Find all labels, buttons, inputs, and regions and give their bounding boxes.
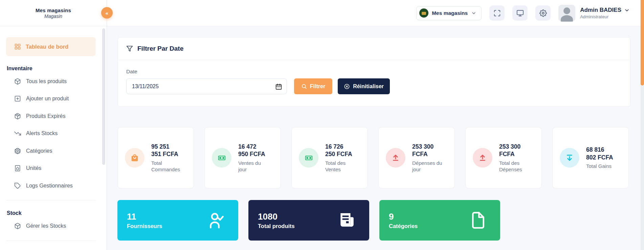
plus-square-icon: [14, 95, 21, 102]
brand-subtitle: Magasin: [44, 14, 62, 19]
stat-card-total-commandes: 95 251 351 FCFA Total Commandes: [117, 127, 194, 189]
store-logo-icon: [419, 8, 428, 18]
maximize-icon: [493, 9, 501, 17]
x-circle-icon: [344, 83, 350, 90]
sidebar-item-label: Unités: [26, 165, 41, 171]
date-input-value: 13/11/2025: [132, 83, 159, 90]
sidebar-item-label: Produits Expirés: [26, 113, 66, 119]
user-name: Admin BADIES: [580, 7, 621, 14]
summary-value: 1080: [258, 211, 295, 222]
store-selector-dropdown[interactable]: Mes magasins: [416, 6, 482, 20]
sidebar-item-alerts-stocks[interactable]: Alerts Stocks: [0, 125, 107, 143]
stat-value: 68 816 802 FCFA: [586, 146, 613, 161]
sidebar-collapse-button[interactable]: «: [101, 7, 113, 19]
sidebar-item-ajouter-un-produit[interactable]: Ajouter un produit: [0, 90, 107, 108]
sidebar-item-label: Ajouter un produit: [26, 96, 69, 102]
sidebar-divider: [6, 241, 96, 241]
summary-card-total-produits[interactable]: 1080 Total produits: [248, 200, 369, 241]
box-icon: [14, 223, 21, 229]
user-check-icon: [206, 210, 225, 230]
sidebar-item-label: Tableau de bord: [26, 44, 68, 50]
search-icon: [301, 83, 307, 89]
filter-button[interactable]: Filtrer: [294, 78, 332, 94]
funnel-icon: [126, 45, 133, 52]
user-avatar[interactable]: [558, 5, 575, 22]
stat-value: 16 726 250 FCFA: [325, 143, 352, 158]
settings-button[interactable]: [535, 5, 551, 21]
file-icon: [469, 211, 487, 229]
date-input[interactable]: 13/11/2025: [126, 78, 287, 94]
sidebar-stock-list: Gérer les Stocks: [0, 217, 107, 235]
summary-label: Fournisseurs: [127, 223, 162, 229]
stat-label: Total Commandes: [151, 160, 183, 173]
summary-value: 9: [389, 211, 418, 222]
stat-value: 95 251 351 FCFA: [151, 143, 178, 158]
filter-card: Filtrer Par Date Date 13/11/2025: [117, 37, 630, 107]
sidebar-item-categories[interactable]: Catégories: [0, 142, 107, 160]
stat-icon-circle: [299, 148, 318, 168]
newspaper-icon: [337, 211, 356, 230]
sidebar-item-gerer-les-stocks[interactable]: Gérer les Stocks: [0, 217, 107, 235]
sidebar-item-tous-les-produits[interactable]: Tous les produits: [0, 73, 107, 90]
stat-label: Dépenses du jour: [412, 160, 444, 173]
upload-icon: [391, 153, 400, 162]
summary-value: 11: [127, 211, 162, 222]
reset-button[interactable]: Réinitialiser: [338, 78, 390, 94]
chevron-down-icon: [624, 7, 630, 13]
fullscreen-button[interactable]: [489, 5, 505, 21]
summary-card-categories[interactable]: 9 Catégories: [379, 200, 500, 241]
banknote-icon: [217, 153, 226, 162]
box-icon: [14, 78, 21, 85]
banknote-icon: [304, 153, 313, 162]
brand-title: Mes magasins: [36, 7, 71, 13]
summary-row: 11 Fournisseurs 1080 Total produits 9 Ca…: [117, 200, 500, 241]
sidebar-scrollbar[interactable]: [102, 28, 105, 165]
filter-card-body: Date 13/11/2025 Filtrer: [118, 60, 630, 94]
dashboard-grid-icon: [14, 43, 21, 50]
user-menu-trigger[interactable]: Admin BADIES: [580, 7, 630, 14]
stat-card-total-gains: 68 816 802 FCFA Total Gains: [552, 127, 629, 189]
avatar-person-icon: [563, 7, 570, 14]
stat-value: 253 300 FCFA: [499, 143, 526, 158]
calendar-icon[interactable]: [275, 83, 282, 90]
chevrons-left-icon: «: [106, 10, 108, 16]
stat-label: Total des Ventes: [325, 160, 357, 173]
filter-title: Filtrer Par Date: [137, 45, 183, 52]
sidebar: Mes magasins Magasin Tableau de bord Inv…: [0, 0, 107, 250]
stat-icon-circle: [560, 148, 579, 168]
package-icon: [14, 113, 21, 120]
upload-icon: [478, 153, 487, 162]
date-field-label: Date: [126, 69, 622, 75]
gear-icon: [539, 9, 547, 17]
sidebar-item-label: Catégories: [26, 148, 52, 154]
sidebar-item-dashboard[interactable]: Tableau de bord: [6, 37, 96, 56]
stat-label: Ventes du jour: [238, 160, 270, 173]
display-button[interactable]: [512, 5, 528, 21]
stat-card-total-des-depenses: 253 300 FCFA Total des Dépenses: [465, 127, 542, 189]
stat-icon-circle: [473, 148, 492, 168]
download-icon: [565, 153, 574, 162]
monitor-icon: [516, 9, 524, 17]
brand: Mes magasins Magasin: [0, 0, 107, 26]
stat-icon-circle: [212, 148, 231, 168]
codesandbox-icon: [14, 148, 21, 154]
chevron-down-icon: [471, 10, 476, 16]
avatar-person-icon: [561, 15, 573, 22]
sidebar-item-logs-gestionnaires[interactable]: Logs Gestionnaires: [0, 177, 107, 195]
sidebar-item-unites[interactable]: Unités: [0, 160, 107, 177]
sidebar-item-produits-expires[interactable]: Produits Expirés: [0, 107, 107, 125]
summary-card-fournisseurs[interactable]: 11 Fournisseurs: [117, 200, 238, 241]
user-role: Administrateur: [580, 14, 630, 19]
stat-card-total-des-ventes: 16 726 250 FCFA Total des Ventes: [291, 127, 368, 189]
sidebar-inventory-list: Tous les produits Ajouter un produit Pro…: [0, 73, 107, 195]
tag-icon: [14, 182, 21, 189]
trending-down-icon: [14, 130, 21, 137]
speaker-icon: [14, 165, 21, 172]
sidebar-item-label: Tous les produits: [26, 78, 67, 84]
page-scrollbar-thumb[interactable]: [641, 0, 644, 85]
user-menu: Admin BADIES Administrateur: [580, 7, 630, 19]
stats-row: 95 251 351 FCFA Total Commandes 16 472 9…: [117, 127, 629, 189]
sidebar-item-label: Alerts Stocks: [26, 130, 58, 136]
summary-label: Catégories: [389, 223, 418, 229]
store-selector-label: Mes magasins: [432, 10, 468, 16]
